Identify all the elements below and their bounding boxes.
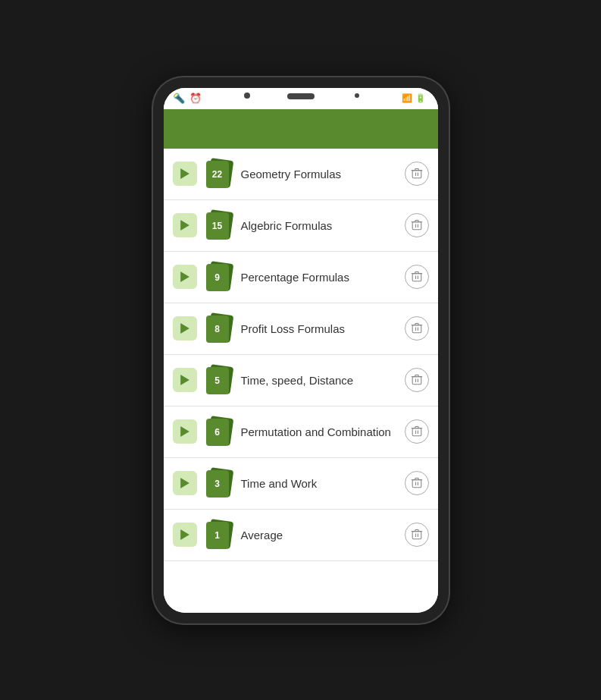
play-button-4[interactable] [173,316,197,341]
front-camera [244,93,250,99]
svg-rect-41 [412,428,421,436]
svg-rect-49 [412,480,421,488]
svg-marker-40 [180,426,189,437]
play-button-5[interactable] [173,368,197,392]
play-button-8[interactable] [173,523,197,547]
play-button-6[interactable] [173,419,197,444]
battery-icon: 🔋 [415,93,426,103]
card-icon-5: 5 [205,366,233,394]
card-front: 1 [206,522,229,549]
phone-screen: 🔦 ⏰ 📶 🔋 [164,88,438,613]
card-icon-2: 15 [205,211,233,240]
delete-button-3[interactable] [405,265,429,289]
svg-marker-0 [180,168,189,179]
card-icon-1: 22 [205,159,233,188]
list-item: 22 Geometry Formulas [164,149,438,200]
svg-marker-48 [180,478,189,488]
list-item: 15 Algebric Formulas [164,200,438,252]
svg-marker-56 [180,529,189,540]
speaker [287,93,315,99]
item-label-8: Average [241,529,405,541]
list-item: 6 Permutation and Combination [164,407,438,458]
card-icon-4: 8 [205,314,233,343]
item-label-7: Time and Work [241,477,405,490]
delete-button-1[interactable] [405,162,429,186]
flashlight-icon: 🔦 [173,93,185,104]
svg-rect-9 [412,222,421,230]
sensor [355,93,359,98]
toolbar [164,109,438,149]
status-left-icons: 🔦 ⏰ [173,93,202,104]
card-icon-6: 6 [205,417,233,446]
list-item: 5 Time, speed, Distance [164,355,438,407]
flashcard-list: 22 Geometry Formulas 15 Algebric [164,149,438,613]
svg-marker-16 [180,272,189,282]
svg-rect-33 [412,377,421,385]
list-item: 9 Percentage Formulas [164,252,438,303]
delete-button-4[interactable] [405,316,429,341]
phone-device: 🔦 ⏰ 📶 🔋 [153,77,449,623]
card-front: 15 [206,212,229,240]
play-button-7[interactable] [173,471,197,495]
svg-rect-17 [412,274,421,281]
card-front: 5 [206,367,229,394]
status-right-icons: 📶 🔋 [399,93,429,103]
list-item: 8 Profit Loss Formulas [164,303,438,355]
play-button-3[interactable] [173,265,197,289]
item-label-1: Geometry Formulas [241,168,405,180]
svg-rect-25 [412,325,421,333]
card-front: 9 [206,264,229,291]
play-button-2[interactable] [173,213,197,237]
delete-button-7[interactable] [405,471,429,495]
list-item: 3 Time and Work [164,458,438,510]
play-button-1[interactable] [173,162,197,186]
card-icon-3: 9 [205,262,233,291]
card-front: 8 [206,315,229,343]
delete-button-5[interactable] [405,368,429,392]
item-label-2: Algebric Formulas [241,219,405,232]
card-front: 6 [206,419,229,446]
svg-marker-8 [180,220,189,231]
item-label-5: Time, speed, Distance [241,374,405,387]
item-label-6: Permutation and Combination [241,425,405,438]
alarm-icon: ⏰ [189,93,202,104]
delete-button-6[interactable] [405,419,429,444]
delete-button-2[interactable] [405,213,429,237]
svg-rect-57 [412,532,421,539]
svg-marker-32 [180,375,189,385]
delete-button-8[interactable] [405,523,429,547]
item-label-4: Profit Loss Formulas [241,322,405,335]
svg-rect-1 [412,171,421,178]
signal-icon: 📶 [402,93,412,103]
item-label-3: Percentage Formulas [241,271,405,284]
card-icon-7: 3 [205,469,233,498]
list-item: 1 Average [164,510,438,561]
svg-marker-24 [180,323,189,334]
card-front: 3 [206,470,229,498]
card-icon-8: 1 [205,520,233,549]
card-front: 22 [206,161,229,188]
